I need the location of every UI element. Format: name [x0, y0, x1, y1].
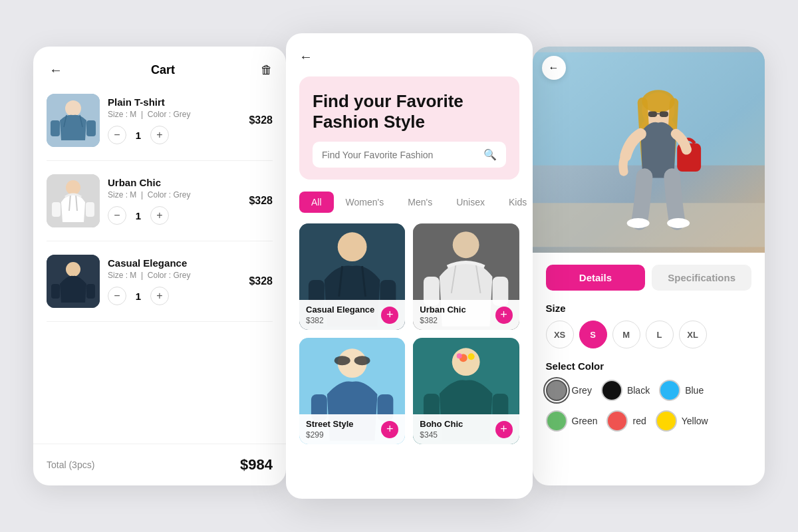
filter-tabs: All Women's Men's Unisex Kids: [299, 192, 519, 213]
svg-rect-2: [86, 120, 96, 136]
color-option-green[interactable]: Green: [546, 410, 598, 432]
product-card[interactable]: Street Style $299 +: [299, 338, 405, 444]
detail-body: Details Specifications Size XS S M L XL …: [533, 253, 765, 444]
qty-decrease-button[interactable]: −: [108, 126, 126, 144]
product-card-name: Urban Chic: [420, 305, 466, 315]
product-grid: Casual Elegance $382 +: [299, 223, 519, 444]
cart-item: Plain T-shirt Size : M | Color : Grey − …: [47, 94, 273, 161]
cart-item-meta: Size : M | Color : Grey: [108, 110, 241, 119]
cart-trash-button[interactable]: 🗑: [261, 63, 273, 77]
filter-tab-kids[interactable]: Kids: [497, 192, 533, 213]
filter-tab-unisex[interactable]: Unisex: [444, 192, 497, 213]
cart-item: Casual Elegance Size : M | Color : Grey …: [47, 255, 273, 322]
product-card-bottom: Boho Chic $345 +: [413, 414, 519, 444]
product-card-info: Casual Elegance $382: [306, 305, 374, 325]
product-card[interactable]: Casual Elegance $382 +: [299, 223, 405, 330]
size-options: XS S M L XL: [546, 321, 751, 348]
cart-title: Cart: [65, 63, 261, 77]
green-swatch: [546, 410, 567, 432]
cart-back-button[interactable]: ←: [47, 63, 65, 78]
search-input[interactable]: [322, 150, 478, 160]
size-option-s[interactable]: S: [579, 321, 607, 348]
browse-hero-title: Find your Favorite Fashion Style: [313, 91, 506, 132]
browse-hero: Find your Favorite Fashion Style 🔍: [299, 76, 519, 180]
filter-tab-mens[interactable]: Men's: [396, 192, 444, 213]
product-card-price: $299: [306, 430, 354, 440]
svg-point-30: [457, 354, 462, 359]
cart-item-price: $328: [249, 114, 273, 126]
green-label: Green: [572, 416, 598, 426]
product-card-bottom: Urban Chic $382 +: [413, 300, 519, 330]
detail-back-button[interactable]: ←: [542, 56, 566, 80]
color-option-yellow[interactable]: Yellow: [656, 410, 708, 432]
svg-point-44: [667, 218, 690, 228]
add-to-cart-button[interactable]: +: [381, 307, 398, 324]
add-to-cart-button[interactable]: +: [381, 421, 398, 438]
qty-increase-button[interactable]: +: [150, 287, 169, 305]
cart-item-price: $328: [249, 195, 273, 207]
cart-item-meta: Size : M | Color : Grey: [108, 190, 241, 200]
svg-point-23: [354, 356, 370, 366]
tab-specifications[interactable]: Specifications: [652, 265, 751, 291]
size-option-xs[interactable]: XS: [546, 321, 574, 348]
product-card-info: Boho Chic $345: [420, 419, 463, 440]
black-label: Black: [627, 385, 650, 396]
add-to-cart-button[interactable]: +: [495, 307, 513, 324]
filter-tab-all[interactable]: All: [299, 192, 334, 213]
svg-point-43: [626, 218, 649, 228]
product-card-name: Boho Chic: [420, 419, 463, 429]
product-card-name: Street Style: [306, 419, 354, 429]
search-bar: 🔍: [313, 142, 506, 168]
cart-header: ← Cart 🗑: [47, 63, 273, 78]
product-card-price: $382: [420, 316, 466, 325]
qty-value: 1: [133, 130, 144, 141]
color-option-grey[interactable]: Grey: [546, 380, 592, 401]
product-card-info: Urban Chic $382: [420, 305, 466, 325]
color-option-black[interactable]: Black: [601, 380, 650, 401]
color-option-red[interactable]: red: [606, 410, 646, 432]
svg-rect-3: [51, 120, 60, 136]
svg-point-9: [66, 262, 80, 277]
svg-point-27: [452, 348, 480, 376]
tab-details[interactable]: Details: [546, 265, 646, 291]
add-to-cart-button[interactable]: +: [495, 421, 513, 438]
cart-total-label: Total (3pcs): [47, 460, 94, 470]
cart-item-info: Plain T-shirt Size : M | Color : Grey − …: [108, 96, 241, 144]
cart-item-info: Casual Elegance Size : M | Color : Grey …: [108, 257, 241, 305]
qty-increase-button[interactable]: +: [150, 206, 169, 225]
svg-rect-10: [51, 284, 60, 299]
cart-footer: Total (3pcs) $984: [33, 444, 286, 485]
grey-swatch: [546, 380, 567, 401]
qty-decrease-button[interactable]: −: [108, 287, 126, 305]
filter-tab-womens[interactable]: Women's: [334, 192, 396, 213]
yellow-label: Yellow: [682, 416, 708, 426]
grey-label: Grey: [572, 385, 592, 396]
size-option-l[interactable]: L: [646, 321, 674, 348]
qty-value: 1: [133, 210, 144, 221]
product-card-name: Casual Elegance: [306, 305, 374, 315]
svg-point-1: [65, 100, 81, 116]
qty-row: − 1 +: [108, 287, 241, 305]
black-swatch: [601, 380, 622, 401]
svg-rect-11: [86, 284, 95, 299]
svg-rect-40: [659, 111, 668, 116]
cart-total-price: $984: [240, 456, 273, 473]
svg-point-22: [334, 356, 350, 366]
color-option-blue[interactable]: Blue: [659, 380, 704, 401]
product-card-info: Street Style $299: [306, 419, 354, 440]
svg-point-5: [66, 180, 80, 195]
search-icon: 🔍: [483, 148, 497, 161]
svg-point-17: [453, 232, 479, 259]
browse-back-button[interactable]: ←: [299, 49, 313, 65]
browse-panel: ← Find your Favorite Fashion Style 🔍 All…: [286, 33, 533, 499]
size-option-m[interactable]: M: [612, 321, 640, 348]
product-card[interactable]: Boho Chic $345 +: [413, 338, 519, 444]
qty-row: − 1 +: [108, 126, 241, 144]
qty-increase-button[interactable]: +: [150, 126, 169, 144]
qty-value: 1: [133, 291, 144, 302]
product-card[interactable]: Urban Chic $382 +: [413, 223, 519, 330]
size-option-xl[interactable]: XL: [679, 321, 707, 348]
cart-item-image: [47, 255, 100, 308]
cart-item-meta: Size : M | Color : Grey: [108, 271, 241, 280]
qty-decrease-button[interactable]: −: [108, 206, 126, 225]
